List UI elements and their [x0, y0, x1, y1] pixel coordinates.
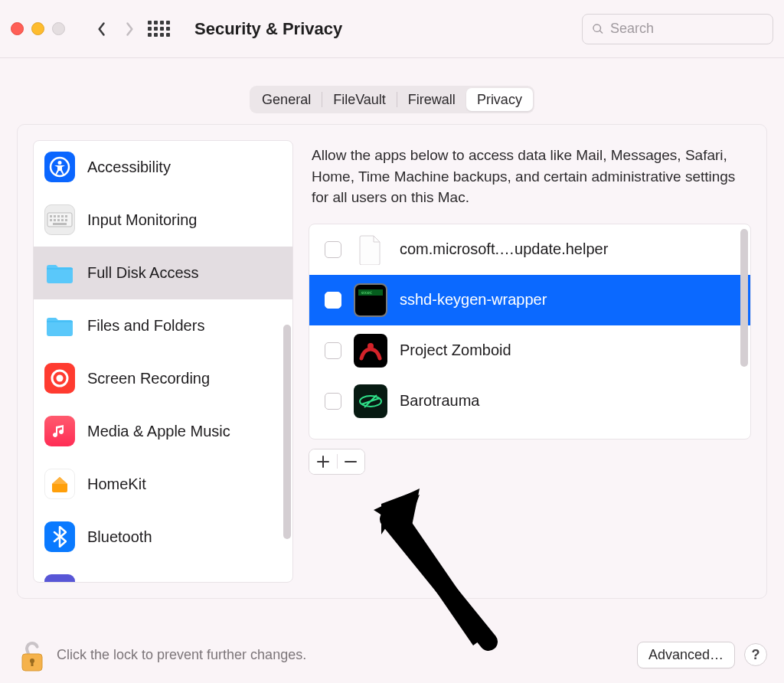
minus-icon [345, 456, 357, 468]
sidebar-item-label: Bluetooth [87, 528, 152, 546]
app-label: Barotrauma [400, 392, 480, 410]
svg-rect-10 [57, 219, 60, 221]
svg-rect-5 [57, 215, 60, 217]
zomboid-icon [354, 334, 387, 368]
svg-text:exec: exec [361, 289, 373, 295]
app-checkbox[interactable] [325, 292, 341, 309]
window-controls[interactable] [11, 22, 65, 35]
sidebar-item-bluetooth[interactable]: Bluetooth [34, 511, 292, 564]
plus-icon [317, 456, 329, 468]
add-app-button[interactable] [309, 449, 337, 474]
app-list-scrollbar[interactable] [740, 229, 748, 367]
sidebar-item-label: HomeKit [87, 475, 146, 493]
help-button[interactable]: ? [744, 643, 767, 666]
svg-rect-11 [61, 219, 64, 221]
svg-rect-13 [53, 223, 67, 225]
svg-point-15 [57, 375, 64, 382]
app-row[interactable]: Barotrauma [309, 376, 750, 426]
svg-rect-9 [54, 219, 56, 221]
app-label: Project Zomboid [400, 342, 511, 359]
music-icon [44, 416, 75, 446]
svg-point-1 [58, 161, 62, 165]
sidebar-scrollbar[interactable] [283, 325, 291, 539]
svg-point-19 [368, 343, 374, 349]
svg-rect-23 [31, 661, 34, 666]
lock-hint: Click the lock to prevent further change… [57, 647, 306, 663]
lock-button[interactable] [17, 637, 47, 672]
folder-icon [44, 257, 75, 288]
sidebar-item-label: Screen Recording [87, 370, 210, 387]
app-label: com.microsoft.…update.helper [400, 240, 608, 258]
tab-firewall[interactable]: Firewall [397, 88, 466, 111]
app-checkbox[interactable] [325, 241, 341, 258]
sidebar-item-input-monitoring[interactable]: Input Monitoring [34, 194, 292, 247]
page-title: Security & Privacy [194, 19, 342, 39]
app-checkbox[interactable] [325, 393, 341, 410]
advanced-button[interactable]: Advanced… [637, 642, 735, 668]
sidebar-item-user-availability[interactable]: User Availability [34, 564, 292, 582]
moon-icon [44, 574, 75, 582]
sidebar-item-label: User Availability [87, 581, 195, 583]
add-remove-control [309, 449, 365, 475]
tab-general[interactable]: General [251, 88, 322, 111]
document-icon [354, 233, 387, 266]
app-checkbox[interactable] [325, 342, 341, 359]
search-input[interactable] [610, 21, 763, 37]
search-icon [592, 22, 604, 36]
home-icon [44, 469, 75, 499]
back-button[interactable] [88, 15, 116, 43]
terminal-icon: exec [354, 283, 387, 317]
svg-rect-8 [50, 219, 52, 221]
accessibility-icon [44, 152, 75, 182]
record-icon [44, 363, 75, 394]
app-row[interactable]: com.microsoft.…update.helper [309, 224, 750, 275]
forward-button[interactable] [116, 15, 143, 43]
sidebar-item-files-and-folders[interactable]: Files and Folders [34, 299, 292, 352]
sidebar-item-homekit[interactable]: HomeKit [34, 458, 292, 511]
tab-privacy[interactable]: Privacy [466, 88, 533, 111]
bluetooth-icon [44, 521, 75, 552]
close-window-button[interactable] [11, 22, 24, 35]
sidebar-item-media-apple-music[interactable]: Media & Apple Music [34, 405, 292, 458]
sidebar-item-full-disk-access[interactable]: Full Disk Access [34, 247, 292, 299]
folder-icon [44, 310, 75, 341]
svg-rect-4 [54, 215, 56, 217]
minimize-window-button[interactable] [31, 22, 44, 35]
keyboard-icon [44, 204, 75, 235]
sidebar-item-label: Input Monitoring [87, 211, 197, 229]
barotrauma-icon [354, 384, 387, 418]
zoom-window-button[interactable] [52, 22, 65, 35]
sidebar-item-screen-recording[interactable]: Screen Recording [34, 352, 292, 405]
app-row[interactable]: exec sshd-keygen-wrapper [309, 275, 750, 325]
search-field[interactable] [582, 14, 773, 44]
app-label: sshd-keygen-wrapper [400, 291, 547, 309]
app-row[interactable]: Project Zomboid [309, 325, 750, 376]
svg-rect-6 [61, 215, 64, 217]
permission-description: Allow the apps below to access data like… [309, 140, 751, 224]
tab-filevault[interactable]: FileVault [322, 88, 397, 111]
show-all-button[interactable] [148, 21, 170, 37]
privacy-category-list[interactable]: Accessibility Input Monitoring Full Disk… [33, 140, 293, 583]
tab-bar: General FileVault Firewall Privacy [250, 86, 534, 113]
sidebar-item-label: Files and Folders [87, 317, 204, 335]
sidebar-item-label: Full Disk Access [87, 264, 199, 282]
sidebar-item-label: Accessibility [87, 158, 171, 176]
unlock-icon [18, 639, 47, 672]
sidebar-item-accessibility[interactable]: Accessibility [34, 141, 292, 194]
remove-app-button[interactable] [338, 449, 365, 474]
svg-rect-3 [50, 215, 52, 217]
sidebar-item-label: Media & Apple Music [87, 423, 230, 440]
app-list[interactable]: com.microsoft.…update.helper exec sshd-k… [309, 224, 751, 440]
svg-rect-12 [65, 219, 67, 221]
svg-rect-7 [65, 215, 67, 217]
